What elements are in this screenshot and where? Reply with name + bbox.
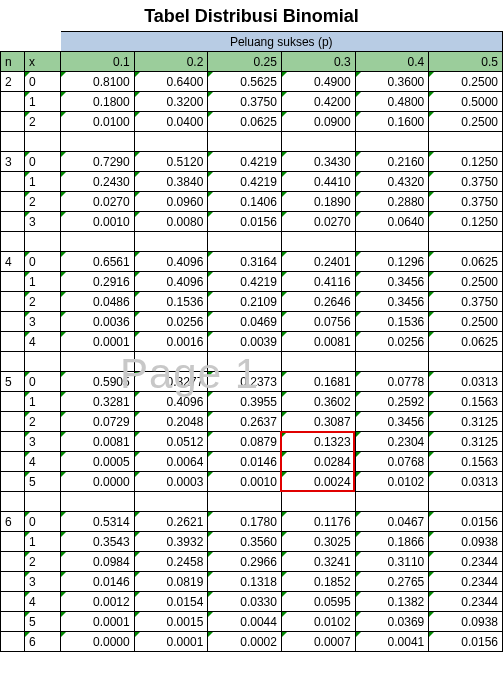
cell-value: 0.2880 (355, 192, 429, 212)
cell-x: 0 (25, 152, 61, 172)
cell-value: 0.0102 (281, 612, 355, 632)
spacer-row (1, 132, 503, 152)
cell-value: 0.2500 (429, 112, 503, 132)
cell-value: 0.4200 (281, 92, 355, 112)
cell-x: 3 (25, 432, 61, 452)
cell-value: 0.4219 (208, 172, 282, 192)
table-row: 50.00010.00150.00440.01020.03690.0938 (1, 612, 503, 632)
cell-value: 0.3456 (355, 412, 429, 432)
cell-x: 1 (25, 532, 61, 552)
cell-value: 0.0015 (134, 612, 208, 632)
table-row: 10.29160.40960.42190.41160.34560.2500 (1, 272, 503, 292)
cell-value: 0.0001 (61, 612, 135, 632)
cell-value: 0.5905 (61, 372, 135, 392)
cell-value: 0.1852 (281, 572, 355, 592)
cell-value: 0.3932 (134, 532, 208, 552)
cell-n (1, 552, 25, 572)
cell-x: 2 (25, 412, 61, 432)
cell-value: 0.0010 (61, 212, 135, 232)
cell-value: 0.3456 (355, 272, 429, 292)
table-row: 400.65610.40960.31640.24010.12960.0625 (1, 252, 503, 272)
table-row: 60.00000.00010.00020.00070.00410.0156 (1, 632, 503, 652)
table-row: 40.00050.00640.01460.02840.07680.1563 (1, 452, 503, 472)
cell-value: 0.2500 (429, 72, 503, 92)
cell-value: 0.2621 (134, 512, 208, 532)
cell-value: 0.1536 (355, 312, 429, 332)
cell-value: 0.0625 (208, 112, 282, 132)
cell-x: 4 (25, 452, 61, 472)
table-row: 10.35430.39320.35600.30250.18660.0938 (1, 532, 503, 552)
cell-n (1, 452, 25, 472)
cell-n (1, 412, 25, 432)
cell-value: 0.0369 (355, 612, 429, 632)
cell-value: 0.2458 (134, 552, 208, 572)
cell-x: 3 (25, 312, 61, 332)
cell-value: 0.0625 (429, 252, 503, 272)
cell-value: 0.3750 (429, 292, 503, 312)
cell-value: 0.3281 (61, 392, 135, 412)
table-row: 30.01460.08190.13180.18520.27650.2344 (1, 572, 503, 592)
cell-n (1, 592, 25, 612)
header-peluang: Peluang sukses (p) (61, 32, 503, 52)
table-row: 20.09840.24580.29660.32410.31100.2344 (1, 552, 503, 572)
cell-value: 0.6400 (134, 72, 208, 92)
cell-value: 0.1406 (208, 192, 282, 212)
cell-n (1, 312, 25, 332)
cell-x: 4 (25, 592, 61, 612)
cell-value: 0.0036 (61, 312, 135, 332)
cell-n: 4 (1, 252, 25, 272)
cell-value: 0.3125 (429, 412, 503, 432)
header-p: 0.25 (208, 52, 282, 72)
cell-x: 3 (25, 572, 61, 592)
cell-value: 0.1318 (208, 572, 282, 592)
cell-x: 1 (25, 92, 61, 112)
cell-value: 0.2592 (355, 392, 429, 412)
cell-value: 0.0625 (429, 332, 503, 352)
cell-n (1, 332, 25, 352)
cell-value: 0.4410 (281, 172, 355, 192)
cell-value: 0.4116 (281, 272, 355, 292)
cell-value: 0.1536 (134, 292, 208, 312)
cell-value: 0.1681 (281, 372, 355, 392)
cell-x: 5 (25, 612, 61, 632)
table-row: 20.07290.20480.26370.30870.34560.3125 (1, 412, 503, 432)
cell-value: 0.3840 (134, 172, 208, 192)
cell-value: 0.0900 (281, 112, 355, 132)
cell-value: 0.0270 (281, 212, 355, 232)
cell-value: 0.5000 (429, 92, 503, 112)
table-row: 10.32810.40960.39550.36020.25920.1563 (1, 392, 503, 412)
spacer-row (1, 492, 503, 512)
cell-value: 0.0007 (281, 632, 355, 652)
cell-x: 1 (25, 172, 61, 192)
cell-value: 0.3430 (281, 152, 355, 172)
page-title: Tabel Distribusi Binomial (0, 0, 503, 31)
header-row-span: Peluang sukses (p) (1, 32, 503, 52)
cell-value: 0.0100 (61, 112, 135, 132)
cell-value: 0.0156 (208, 212, 282, 232)
cell-x: 2 (25, 192, 61, 212)
cell-n: 6 (1, 512, 25, 532)
cell-value: 0.0729 (61, 412, 135, 432)
cell-value: 0.2430 (61, 172, 135, 192)
cell-value: 0.3277 (134, 372, 208, 392)
cell-value: 0.2344 (429, 572, 503, 592)
cell-value: 0.0156 (429, 512, 503, 532)
cell-value: 0.0256 (134, 312, 208, 332)
cell-x: 0 (25, 72, 61, 92)
spacer-row (1, 232, 503, 252)
cell-value: 0.0041 (355, 632, 429, 652)
header-p: 0.4 (355, 52, 429, 72)
cell-value: 0.0024 (281, 472, 355, 492)
cell-value: 0.3241 (281, 552, 355, 572)
table-row: 10.18000.32000.37500.42000.48000.5000 (1, 92, 503, 112)
cell-value: 0.0469 (208, 312, 282, 332)
cell-value: 0.2500 (429, 272, 503, 292)
cell-x: 2 (25, 552, 61, 572)
cell-value: 0.3955 (208, 392, 282, 412)
cell-value: 0.2500 (429, 312, 503, 332)
cell-value: 0.0768 (355, 452, 429, 472)
cell-n (1, 612, 25, 632)
cell-value: 0.0270 (61, 192, 135, 212)
cell-value: 0.2373 (208, 372, 282, 392)
header-n: n (1, 52, 25, 72)
